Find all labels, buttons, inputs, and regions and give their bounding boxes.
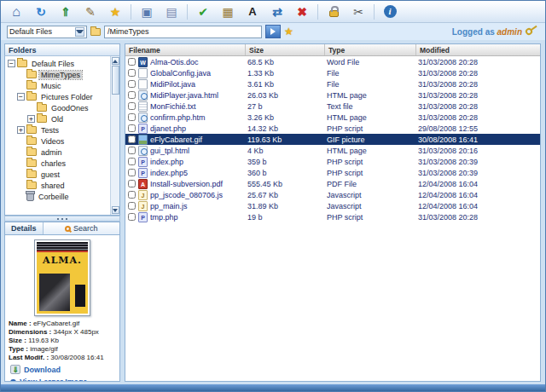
- file-name[interactable]: confirm.php.htm: [150, 113, 244, 122]
- file-row[interactable]: Alma-Otis.doc 68.5 Kb Word File 31/03/20…: [125, 56, 540, 67]
- download-link[interactable]: Download: [5, 363, 119, 376]
- file-name[interactable]: tmp.php: [150, 213, 244, 222]
- folder-label: Videos: [39, 137, 66, 146]
- scroll-down-arrow[interactable]: [112, 206, 119, 214]
- column-header-type[interactable]: Type: [324, 44, 415, 55]
- row-checkbox[interactable]: [128, 169, 136, 176]
- file-row[interactable]: pp_main.js 31.89 Kb Javascript 12/04/200…: [125, 200, 540, 211]
- row-checkbox[interactable]: [128, 69, 136, 77]
- row-checkbox[interactable]: [128, 80, 136, 88]
- file-name[interactable]: pp_jscode_080706.js: [150, 191, 244, 199]
- tree-item-tests[interactable]: + Tests: [5, 124, 119, 135]
- scrollbar-thumb[interactable]: [112, 66, 119, 95]
- file-name[interactable]: djanet.php: [150, 124, 244, 133]
- tree-item-guest[interactable]: guest: [5, 169, 119, 180]
- scroll-up-arrow[interactable]: [112, 57, 119, 65]
- bookmark-star-icon[interactable]: ★: [284, 26, 293, 37]
- expand-icon[interactable]: +: [17, 126, 25, 134]
- file-row[interactable]: MidiPilot.java 3.61 Kb File 31/03/2008 2…: [125, 78, 540, 89]
- row-checkbox[interactable]: [128, 135, 136, 143]
- permissions-button[interactable]: [324, 3, 343, 21]
- file-row[interactable]: MonFichié.txt 27 b Text file 31/03/2008 …: [125, 101, 540, 112]
- file-row[interactable]: djanet.php 14.32 Kb PHP script 29/08/200…: [125, 123, 540, 134]
- file-name[interactable]: Install-subversion.pdf: [150, 180, 244, 188]
- refresh-button[interactable]: ↻: [32, 3, 50, 21]
- tree-item-goodones[interactable]: GoodOnes: [5, 102, 119, 113]
- tab-search[interactable]: Search: [43, 222, 119, 234]
- file-name[interactable]: eFlyCabaret.gif: [150, 135, 244, 144]
- paste-icon: ▤: [166, 6, 177, 18]
- file-name[interactable]: index.php5: [150, 169, 244, 177]
- tab-details[interactable]: Details: [5, 222, 43, 234]
- column-header-size[interactable]: Size: [245, 44, 324, 55]
- admin-button[interactable]: ✂: [349, 3, 368, 21]
- bookmark-button[interactable]: ★: [106, 3, 125, 21]
- row-checkbox[interactable]: [128, 124, 136, 132]
- key-icon[interactable]: [524, 26, 533, 36]
- file-row[interactable]: GlobalConfig.java 1.33 Kb File 31/03/200…: [125, 67, 540, 78]
- paste-button[interactable]: ▤: [162, 3, 181, 21]
- tree-item-music[interactable]: Music: [5, 80, 119, 91]
- tree-item-videos[interactable]: Videos: [5, 135, 119, 147]
- new-file-button[interactable]: ✎: [81, 3, 100, 21]
- file-row[interactable]: confirm.php.htm 3.26 Kb HTML page 31/03/…: [125, 112, 540, 123]
- move-button[interactable]: ⇄: [268, 3, 287, 21]
- detail-value: 30/08/2008 16:41: [50, 354, 103, 361]
- file-name[interactable]: GlobalConfig.java: [150, 69, 244, 78]
- preview-image[interactable]: ALMA.: [34, 239, 90, 316]
- row-checkbox[interactable]: [128, 102, 136, 110]
- file-row-selected[interactable]: eFlyCabaret.gif 119.63 Kb GIF picture 30…: [125, 134, 540, 145]
- file-row[interactable]: pp_jscode_080706.js 25.67 Kb Javascript …: [125, 189, 540, 200]
- column-header-filename[interactable]: Filename: [125, 44, 245, 55]
- file-name[interactable]: gui_tpl.html: [150, 147, 244, 155]
- copy-button[interactable]: ▣: [137, 3, 156, 21]
- file-row[interactable]: index.php5 360 b PHP script 31/03/2008 2…: [125, 167, 540, 178]
- file-row[interactable]: Install-subversion.pdf 555.45 Kb PDF Fil…: [125, 178, 540, 189]
- delete-button[interactable]: ✖: [293, 3, 311, 21]
- folders-scrollbar[interactable]: [110, 56, 119, 215]
- row-checkbox[interactable]: [128, 113, 136, 121]
- file-row[interactable]: MidiPlayer.java.html 26.03 Kb HTML page …: [125, 89, 540, 101]
- archive-button[interactable]: ▦: [218, 3, 237, 21]
- tree-item-pictures-folder[interactable]: − Pictures Folder: [5, 91, 119, 102]
- column-header-modified[interactable]: Modified: [415, 44, 540, 55]
- path-input[interactable]: [104, 26, 262, 38]
- collapse-icon[interactable]: −: [17, 93, 25, 101]
- rename-button[interactable]: A: [243, 3, 262, 21]
- file-name[interactable]: MidiPlayer.java.html: [150, 91, 244, 100]
- row-checkbox[interactable]: [128, 158, 136, 165]
- tree-item-shared[interactable]: shared: [5, 180, 119, 191]
- file-name[interactable]: pp_main.js: [150, 202, 244, 210]
- volume-select[interactable]: Default Files: [7, 26, 87, 38]
- tree-item-charles[interactable]: charles: [5, 158, 119, 169]
- row-checkbox[interactable]: [128, 180, 136, 187]
- expand-icon[interactable]: +: [27, 115, 35, 123]
- file-row[interactable]: index.php 359 b PHP script 31/03/2008 20…: [125, 156, 540, 167]
- file-name[interactable]: Alma-Otis.doc: [150, 58, 244, 66]
- home-button[interactable]: ⌂: [7, 3, 26, 21]
- row-checkbox[interactable]: [128, 58, 136, 66]
- file-name[interactable]: MidiPilot.java: [150, 80, 244, 89]
- view-larger-link[interactable]: View Larger Image: [5, 376, 119, 382]
- info-button[interactable]: i: [380, 3, 399, 21]
- tree-item-corbeille[interactable]: Corbeille: [5, 191, 119, 202]
- file-row[interactable]: gui_tpl.html 4 Kb HTML page 31/03/2008 2…: [125, 145, 540, 156]
- tree-item-root[interactable]: − Default Files: [5, 58, 119, 69]
- go-button[interactable]: [265, 25, 281, 38]
- file-row[interactable]: tmp.php 19 b PHP script 31/03/2008 20:28: [125, 211, 540, 222]
- tree-item-mimetypes[interactable]: MimeTypes: [5, 69, 119, 80]
- collapse-icon[interactable]: −: [8, 60, 15, 67]
- row-checkbox[interactable]: [128, 202, 136, 210]
- file-type: GIF picture: [323, 135, 415, 144]
- file-name[interactable]: MonFichié.txt: [150, 102, 244, 111]
- upload-button[interactable]: ⇑: [56, 3, 75, 21]
- edit-button[interactable]: ✔: [194, 3, 212, 21]
- tree-item-admin[interactable]: admin: [5, 147, 119, 158]
- row-checkbox[interactable]: [128, 213, 136, 221]
- row-checkbox[interactable]: [128, 191, 136, 199]
- row-checkbox[interactable]: [128, 147, 136, 154]
- panel-splitter[interactable]: [4, 216, 120, 222]
- file-name[interactable]: index.php: [150, 158, 244, 166]
- tree-item-old[interactable]: + Old: [5, 113, 119, 124]
- row-checkbox[interactable]: [128, 91, 136, 99]
